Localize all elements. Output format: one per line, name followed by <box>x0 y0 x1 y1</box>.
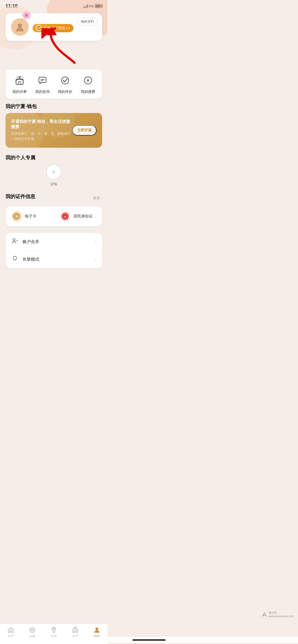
chevron-right-icon: › <box>95 257 97 262</box>
customize-label: 定制 <box>50 182 57 187</box>
list-item-elder[interactable]: 长辈模式 › <box>6 250 102 268</box>
action-affairs[interactable]: 我的办事 <box>12 74 27 94</box>
cert-section-title: 我的证件信息 <box>6 193 35 200</box>
svg-text:I: I <box>18 215 19 218</box>
personal-section: 我的个人专属 + 定制 <box>6 154 102 187</box>
cert-item-id[interactable]: ★ 居民身份证 <box>60 211 97 222</box>
action-payment[interactable]: ¥ 我的缴费 <box>81 74 95 94</box>
avatar <box>11 18 29 36</box>
merge-account-text: 账户合并 <box>23 239 91 244</box>
flower-decoration: 🌸 <box>21 10 32 20</box>
main-content: 我的宁夏·钱包 开通我的宁夏·钱包，享生活便捷缴费 支持使用工、农、中、建、交、… <box>0 103 108 300</box>
id-card-name: 居民身份证 <box>73 214 93 219</box>
customize-button[interactable]: + 定制 <box>6 164 102 187</box>
payment-label: 我的缴费 <box>81 89 95 94</box>
payment-icon: ¥ <box>84 76 92 85</box>
wallet-section: 我的宁夏·钱包 开通我的宁夏·钱包，享生活便捷缴费 支持使用工、农、中、建、交、… <box>6 103 102 148</box>
wallet-main-text: 开通我的宁夏·钱包，享生活便捷缴费 <box>11 119 72 130</box>
svg-text:S: S <box>15 214 18 219</box>
cert-header: 我的证件信息 更多 › <box>6 193 102 203</box>
merge-account-icon <box>11 238 19 246</box>
wallet-section-title: 我的宁夏·钱包 <box>6 103 102 110</box>
personal-section-title: 我的个人专属 <box>6 154 102 161</box>
wallet-text: 开通我的宁夏·钱包，享生活便捷缴费 支持使用工、农、中、建、交、邮政银行一类借记… <box>11 119 72 142</box>
level-circle: L4 <box>36 25 42 31</box>
svg-rect-9 <box>39 77 46 83</box>
evaluate-label: 我的评价 <box>58 89 72 94</box>
elder-mode-text: 长辈模式 <box>23 257 91 262</box>
quick-actions: 我的办事 我的咨询 我的评价 ¥ 我 <box>6 69 102 99</box>
affairs-icon <box>15 76 24 85</box>
affairs-label: 我的办事 <box>12 89 27 94</box>
consult-icon <box>38 76 47 85</box>
svg-rect-4 <box>18 82 21 84</box>
cert-list: S I 电子卡 ★ 居民身份证 <box>6 206 102 226</box>
person-icon <box>15 22 25 32</box>
svg-text:★: ★ <box>64 215 66 218</box>
list-items: 账户合并 › 长辈模式 › <box>6 233 102 268</box>
open-wallet-button[interactable]: 立即开通 <box>72 125 97 136</box>
chevron-right-icon: › <box>101 196 102 200</box>
add-customize-icon: + <box>46 164 62 180</box>
consult-label: 我的咨询 <box>35 89 50 94</box>
level-text: 实名认证等级 L4 <box>44 26 70 31</box>
evaluate-icon <box>61 76 70 85</box>
profile-card: 🌸 L4 实名认证等级 L4 编辑资料 <box>6 13 102 41</box>
svg-point-0 <box>18 23 22 28</box>
cert-item-social[interactable]: S I 电子卡 <box>11 211 54 222</box>
chevron-right-icon: › <box>95 239 97 244</box>
social-card-name: 电子卡 <box>25 214 36 219</box>
svg-point-12 <box>62 77 69 84</box>
list-item-merge[interactable]: 账户合并 › <box>6 233 102 250</box>
id-card-icon-wrap: ★ <box>60 211 71 222</box>
profile-section: 🌸 L4 实名认证等级 L4 编辑资料 <box>0 10 108 46</box>
elder-mode-icon <box>11 255 19 263</box>
certificate-section: 我的证件信息 更多 › S I 电子卡 <box>6 193 102 226</box>
social-card-icon: S I <box>11 211 22 222</box>
wallet-card[interactable]: 开通我的宁夏·钱包，享生活便捷缴费 支持使用工、农、中、建、交、邮政银行一类借记… <box>6 113 102 148</box>
action-consult[interactable]: 我的咨询 <box>35 74 50 94</box>
level-badge: L4 实名认证等级 L4 <box>33 24 73 32</box>
svg-text:¥: ¥ <box>87 78 89 83</box>
action-evaluate[interactable]: 我的评价 <box>58 74 72 94</box>
svg-point-21 <box>13 239 15 241</box>
edit-profile-button[interactable]: 编辑资料 <box>77 18 98 26</box>
cert-more-link[interactable]: 更多 › <box>93 196 102 201</box>
wallet-sub-text: 支持使用工、农、中、建、交、邮政银行一类借记卡开通 <box>11 131 72 142</box>
